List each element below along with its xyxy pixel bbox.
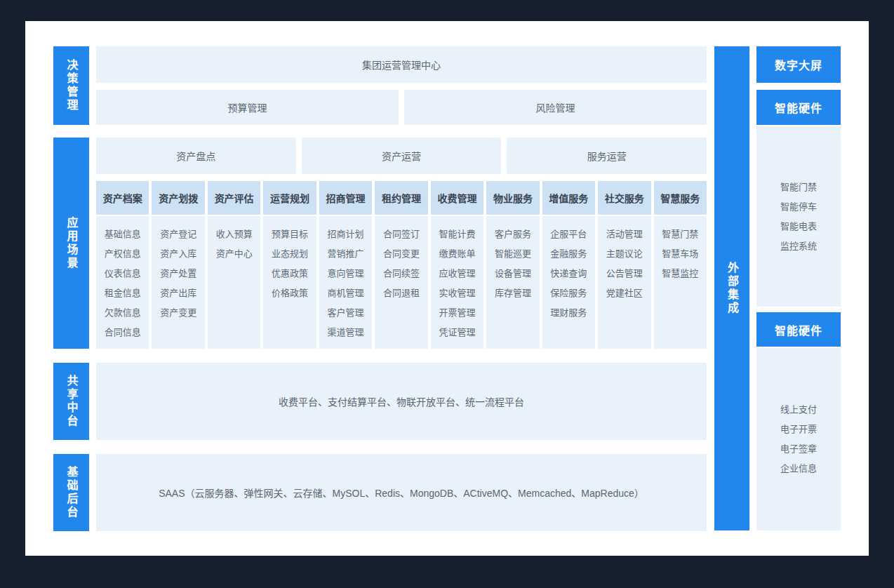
smart-hardware-item: 监控系统 <box>780 236 817 256</box>
column-item: 库存管理 <box>486 283 539 303</box>
group-header-asset-operation: 资产运营 <box>302 138 502 174</box>
column-item: 智慧监控 <box>654 264 707 283</box>
external-integration-label: 外部集成 <box>726 262 738 315</box>
column-item: 招商计划 <box>319 225 372 244</box>
smart-hardware-item: 智能电表 <box>780 217 817 236</box>
column-item: 预算目标 <box>263 225 316 244</box>
column-item: 缴费账单 <box>431 244 483 264</box>
column-item: 价格政策 <box>263 283 316 303</box>
column-header: 资产评估 <box>208 181 260 215</box>
column-item: 保险服务 <box>542 283 595 303</box>
external-integration-bar: 外部集成 <box>714 46 749 530</box>
column-item: 营销推广 <box>319 244 372 264</box>
application-column: 资产划拨 资产登记资产入库资产处置资产出库资产变更 <box>152 181 204 349</box>
layer-label-text: 应用场景 <box>66 217 77 270</box>
column-item: 租金信息 <box>96 283 149 303</box>
column-item: 业态规划 <box>263 244 316 264</box>
column-item: 合同变更 <box>375 244 427 264</box>
column-item: 凭证管理 <box>431 323 483 342</box>
layer-label-application-scenarios: 应用场景 <box>53 138 89 349</box>
layer-label-text: 基础后台 <box>66 466 77 519</box>
column-body: 资产登记资产入库资产处置资产出库资产变更 <box>152 216 204 349</box>
column-item: 客户服务 <box>486 225 539 244</box>
smart-hardware-item: 智能门禁 <box>780 178 817 197</box>
column-item: 智能巡更 <box>486 244 539 264</box>
box-basic-backend-content: SAAS（云服务器、弹性网关、云存储、MySOL、Redis、MongoDB、A… <box>96 454 707 531</box>
box-risk-management: 风险管理 <box>404 90 707 125</box>
layer-label-shared-platform: 共享中台 <box>53 363 89 440</box>
smart-hardware-panel-2: 线上支付电子开票电子签章企业信息 <box>756 348 841 530</box>
digital-big-screen-header: 数字大屏 <box>756 46 841 83</box>
column-item: 收入预算 <box>208 225 260 244</box>
column-item: 优惠政策 <box>263 264 316 283</box>
column-item: 合同续签 <box>375 264 427 283</box>
smart-hardware-header-2: 智能硬件 <box>756 312 841 347</box>
column-body: 企服平台金融服务快递查询保险服务理财服务 <box>542 216 595 349</box>
column-item: 渠道管理 <box>319 323 372 342</box>
column-body: 基础信息产权信息仪表信息租金信息欠款信息合同信息 <box>96 216 149 349</box>
column-item: 合同退租 <box>375 283 427 303</box>
application-column: 运营规划 预算目标业态规划优惠政策价格政策 <box>263 181 316 349</box>
column-header: 租约管理 <box>375 181 427 215</box>
layer-label-decision-management: 决策管理 <box>53 46 89 125</box>
column-item: 智慧门禁 <box>654 225 707 244</box>
application-column: 社交服务 活动管理主题议论公告管理党建社区 <box>598 181 651 349</box>
smart-hardware-item: 电子签章 <box>780 439 817 459</box>
column-header: 收费管理 <box>431 181 483 215</box>
layer-label-basic-backend: 基础后台 <box>53 454 89 531</box>
application-column: 招商管理 招商计划营销推广意向管理商机管理客户管理渠道管理 <box>319 181 372 349</box>
group-header-service-operation: 服务运营 <box>507 138 707 174</box>
column-item: 快递查询 <box>542 264 595 283</box>
column-item: 资产登记 <box>152 225 204 244</box>
application-column: 收费管理 智能计费缴费账单应收管理实收管理开票管理凭证管理 <box>431 181 483 349</box>
column-body: 预算目标业态规划优惠政策价格政策 <box>263 216 316 349</box>
column-item: 资产出库 <box>152 283 204 303</box>
column-item: 合同签订 <box>375 225 427 244</box>
column-header: 物业服务 <box>486 181 539 215</box>
application-columns-table: 资产档案 基础信息产权信息仪表信息租金信息欠款信息合同信息 资产划拨 资产登记资… <box>96 181 707 349</box>
column-item: 设备管理 <box>486 264 539 283</box>
column-header: 资产档案 <box>96 181 149 215</box>
smart-hardware-panel-1: 智能门禁智能停车智能电表监控系统 <box>756 126 841 307</box>
column-header: 招商管理 <box>319 181 372 215</box>
box-group-operation-center: 集团运营管理中心 <box>96 46 707 83</box>
column-body: 合同签订合同变更合同续签合同退租 <box>375 216 427 349</box>
column-header: 资产划拨 <box>152 181 204 215</box>
smart-hardware-header-1: 智能硬件 <box>756 90 841 125</box>
column-item: 仪表信息 <box>96 264 149 283</box>
column-item: 理财服务 <box>542 303 595 323</box>
application-column: 租约管理 合同签订合同变更合同续签合同退租 <box>375 181 427 349</box>
column-body: 智慧门禁智慧车场智慧监控 <box>654 216 707 349</box>
layer-label-text: 共享中台 <box>66 375 77 428</box>
column-header: 增值服务 <box>542 181 595 215</box>
column-body: 活动管理主题议论公告管理党建社区 <box>598 216 651 349</box>
column-item: 资产变更 <box>152 303 204 323</box>
smart-hardware-item: 电子开票 <box>780 420 817 439</box>
column-item: 资产入库 <box>152 244 204 264</box>
column-body: 收入预算资产中心 <box>208 216 260 349</box>
architecture-diagram-card: 决策管理 应用场景 共享中台 基础后台 集团运营管理中心 预算管理 风险管理 资… <box>25 21 869 556</box>
page-background: 决策管理 应用场景 共享中台 基础后台 集团运营管理中心 预算管理 风险管理 资… <box>0 0 894 588</box>
smart-hardware-item: 企业信息 <box>780 459 817 479</box>
column-item: 欠款信息 <box>96 303 149 323</box>
column-body: 智能计费缴费账单应收管理实收管理开票管理凭证管理 <box>431 216 483 349</box>
column-item: 活动管理 <box>598 225 651 244</box>
application-group-headers: 资产盘点 资产运营 服务运营 <box>96 138 707 174</box>
smart-hardware-item: 智能停车 <box>780 197 817 217</box>
application-column: 增值服务 企服平台金融服务快递查询保险服务理财服务 <box>542 181 595 349</box>
group-header-asset-inventory: 资产盘点 <box>96 138 296 174</box>
column-item: 商机管理 <box>319 283 372 303</box>
column-header: 社交服务 <box>598 181 651 215</box>
column-item: 产权信息 <box>96 244 149 264</box>
application-column: 资产评估 收入预算资产中心 <box>208 181 260 349</box>
column-header: 运营规划 <box>263 181 316 215</box>
column-item: 主题议论 <box>598 244 651 264</box>
column-item: 金融服务 <box>542 244 595 264</box>
column-header: 智慧服务 <box>654 181 707 215</box>
column-item: 智慧车场 <box>654 244 707 264</box>
smart-hardware-item: 线上支付 <box>780 400 817 420</box>
column-body: 招商计划营销推广意向管理商机管理客户管理渠道管理 <box>319 216 372 349</box>
column-item: 资产中心 <box>208 244 260 264</box>
column-item: 资产处置 <box>152 264 204 283</box>
application-column: 智慧服务 智慧门禁智慧车场智慧监控 <box>654 181 707 349</box>
